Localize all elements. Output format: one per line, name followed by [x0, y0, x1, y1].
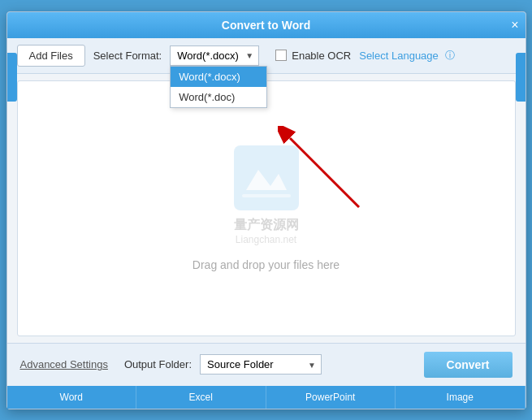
convert-button[interactable]: Convert [424, 352, 513, 378]
watermark-logo [234, 145, 299, 210]
svg-rect-0 [234, 145, 299, 210]
tab-image[interactable]: Image [396, 386, 526, 409]
main-content-area: 量产资源网 Liangchan.net Drag and drop your f… [17, 80, 516, 336]
format-dropdown-menu: Word(*.docx) Word(*.doc) [170, 66, 267, 108]
drag-drop-text: Drag and drop your files here [192, 258, 340, 271]
add-files-button[interactable]: Add Files [17, 45, 85, 67]
tab-word[interactable]: Word [7, 386, 137, 409]
enable-ocr-checkbox[interactable] [275, 50, 287, 61]
source-folder-text: Source Folder [207, 358, 274, 370]
select-language-button[interactable]: Select Language [359, 50, 439, 62]
toolbar: Add Files Select Format: Word(*.docx) ▼ … [7, 38, 526, 74]
source-folder-select[interactable]: Source Folder ▼ [200, 354, 322, 375]
watermark-site-text: Liangchan.net [236, 234, 296, 245]
dropdown-arrow-icon: ▼ [245, 51, 253, 60]
format-dropdown-container: Word(*.docx) ▼ Word(*.docx) Word(*.doc) [170, 45, 259, 66]
source-folder-container: Source Folder ▼ [200, 354, 322, 375]
svg-line-3 [290, 138, 359, 207]
source-folder-arrow-icon: ▼ [308, 360, 316, 369]
right-sidebar [516, 53, 526, 102]
svg-rect-1 [242, 194, 291, 197]
dialog-window: Convert to Word × Add Files Select Forma… [6, 11, 526, 409]
footer: Advanced Settings Output Folder: Source … [7, 343, 526, 386]
output-folder-label: Output Folder: [124, 358, 192, 370]
dialog-title: Convert to Word [222, 19, 310, 32]
close-button[interactable]: × [511, 19, 518, 32]
tab-powerpoint[interactable]: PowerPoint [266, 386, 396, 409]
format-option-doc[interactable]: Word(*.doc) [171, 87, 266, 107]
enable-ocr-label: Enable OCR [292, 50, 351, 62]
watermark: 量产资源网 Liangchan.net [234, 145, 299, 245]
select-format-label: Select Format: [93, 50, 162, 62]
format-select[interactable]: Word(*.docx) ▼ [170, 45, 259, 66]
selected-format-text: Word(*.docx) [177, 50, 239, 62]
format-option-docx[interactable]: Word(*.docx) [171, 67, 266, 87]
left-sidebar [7, 53, 17, 102]
title-bar: Convert to Word × [7, 12, 526, 38]
bottom-tab-bar: Word Excel PowerPoint Image [7, 386, 526, 409]
info-icon[interactable]: ⓘ [445, 49, 455, 63]
ocr-section: Enable OCR Select Language ⓘ [275, 49, 455, 63]
advanced-settings-button[interactable]: Advanced Settings [20, 358, 108, 370]
tab-excel[interactable]: Excel [136, 386, 266, 409]
watermark-chinese-text: 量产资源网 [234, 217, 299, 234]
